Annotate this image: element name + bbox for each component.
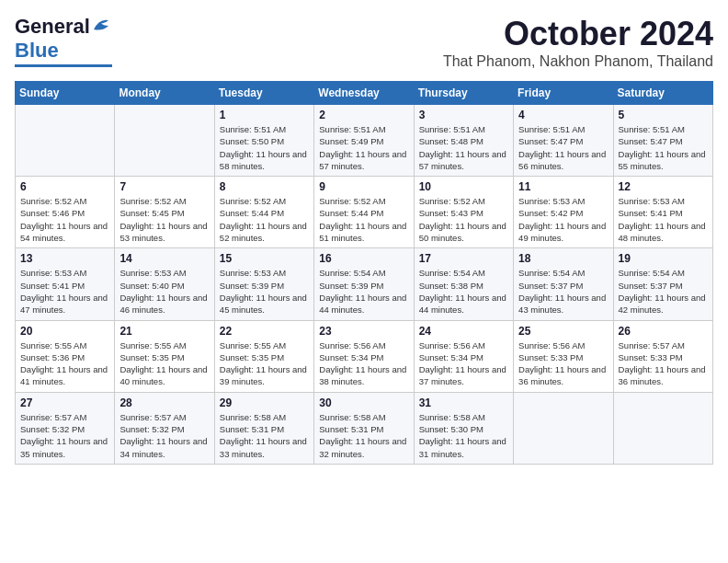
day-number: 7 [119, 180, 209, 193]
calendar-cell: 8Sunrise: 5:52 AM Sunset: 5:44 PM Daylig… [214, 177, 313, 248]
calendar-cell: 7Sunrise: 5:52 AM Sunset: 5:45 PM Daylig… [115, 177, 214, 248]
calendar-cell: 20Sunrise: 5:55 AM Sunset: 5:36 PM Dayli… [16, 320, 115, 392]
day-number: 18 [518, 252, 608, 265]
day-number: 15 [220, 252, 309, 265]
day-info: Sunrise: 5:56 AM Sunset: 5:34 PM Dayligh… [319, 339, 408, 388]
calendar-cell: 12Sunrise: 5:53 AM Sunset: 5:41 PM Dayli… [613, 177, 712, 248]
day-number: 12 [619, 180, 708, 193]
calendar-cell: 25Sunrise: 5:56 AM Sunset: 5:33 PM Dayli… [514, 320, 613, 392]
calendar-cell [514, 392, 613, 464]
calendar-cell: 1Sunrise: 5:51 AM Sunset: 5:50 PM Daylig… [214, 105, 313, 177]
calendar-cell: 15Sunrise: 5:53 AM Sunset: 5:39 PM Dayli… [214, 248, 313, 320]
day-number: 5 [619, 109, 708, 121]
day-number: 10 [419, 180, 508, 193]
calendar-cell: 18Sunrise: 5:54 AM Sunset: 5:37 PM Dayli… [514, 248, 613, 320]
calendar-cell: 3Sunrise: 5:51 AM Sunset: 5:48 PM Daylig… [414, 105, 513, 177]
calendar-cell: 19Sunrise: 5:54 AM Sunset: 5:37 PM Dayli… [613, 248, 712, 320]
day-info: Sunrise: 5:52 AM Sunset: 5:45 PM Dayligh… [119, 195, 209, 244]
day-number: 3 [419, 109, 508, 121]
day-info: Sunrise: 5:51 AM Sunset: 5:47 PM Dayligh… [619, 123, 708, 172]
day-number: 9 [319, 180, 408, 193]
calendar-cell: 10Sunrise: 5:52 AM Sunset: 5:43 PM Dayli… [414, 177, 513, 248]
day-info: Sunrise: 5:54 AM Sunset: 5:37 PM Dayligh… [518, 267, 608, 316]
day-info: Sunrise: 5:54 AM Sunset: 5:37 PM Dayligh… [619, 267, 708, 316]
day-info: Sunrise: 5:52 AM Sunset: 5:44 PM Dayligh… [220, 195, 309, 244]
day-info: Sunrise: 5:55 AM Sunset: 5:36 PM Dayligh… [20, 339, 109, 388]
calendar-cell: 17Sunrise: 5:54 AM Sunset: 5:38 PM Dayli… [414, 248, 513, 320]
calendar-week-2: 6Sunrise: 5:52 AM Sunset: 5:46 PM Daylig… [16, 177, 713, 248]
day-info: Sunrise: 5:55 AM Sunset: 5:35 PM Dayligh… [119, 339, 209, 388]
weekday-header-thursday: Thursday [414, 82, 513, 105]
day-info: Sunrise: 5:51 AM Sunset: 5:49 PM Dayligh… [319, 123, 408, 172]
day-info: Sunrise: 5:53 AM Sunset: 5:41 PM Dayligh… [619, 195, 708, 244]
logo: General Blue [15, 15, 112, 67]
calendar-cell [613, 392, 712, 464]
day-number: 23 [319, 325, 408, 338]
calendar-cell: 13Sunrise: 5:53 AM Sunset: 5:41 PM Dayli… [16, 248, 115, 320]
day-number: 1 [220, 109, 309, 121]
day-info: Sunrise: 5:58 AM Sunset: 5:31 PM Dayligh… [319, 411, 408, 460]
day-info: Sunrise: 5:58 AM Sunset: 5:31 PM Dayligh… [220, 411, 309, 460]
day-info: Sunrise: 5:57 AM Sunset: 5:32 PM Dayligh… [119, 411, 209, 460]
calendar-week-4: 20Sunrise: 5:55 AM Sunset: 5:36 PM Dayli… [16, 320, 713, 392]
calendar-cell: 28Sunrise: 5:57 AM Sunset: 5:32 PM Dayli… [115, 392, 214, 464]
day-info: Sunrise: 5:53 AM Sunset: 5:41 PM Dayligh… [20, 267, 109, 316]
title-block: October 2024 That Phanom, Nakhon Phanom,… [443, 15, 713, 70]
calendar-week-5: 27Sunrise: 5:57 AM Sunset: 5:32 PM Dayli… [16, 392, 713, 464]
logo-general: General [15, 15, 90, 39]
weekday-header-monday: Monday [115, 82, 214, 105]
day-number: 14 [119, 252, 209, 265]
day-info: Sunrise: 5:56 AM Sunset: 5:33 PM Dayligh… [518, 339, 608, 388]
day-number: 22 [220, 325, 309, 338]
day-number: 26 [619, 325, 708, 338]
location-title: That Phanom, Nakhon Phanom, Thailand [443, 53, 713, 70]
logo-underline [15, 64, 112, 67]
day-number: 13 [20, 252, 109, 265]
day-info: Sunrise: 5:53 AM Sunset: 5:40 PM Dayligh… [119, 267, 209, 316]
day-number: 28 [119, 396, 209, 409]
day-info: Sunrise: 5:57 AM Sunset: 5:32 PM Dayligh… [20, 411, 109, 460]
day-info: Sunrise: 5:52 AM Sunset: 5:43 PM Dayligh… [419, 195, 508, 244]
calendar-table: SundayMondayTuesdayWednesdayThursdayFrid… [15, 81, 713, 465]
calendar-cell: 4Sunrise: 5:51 AM Sunset: 5:47 PM Daylig… [514, 105, 613, 177]
page-header: General Blue October 2024 That Phanom, N… [15, 15, 713, 70]
day-number: 6 [20, 180, 109, 193]
day-number: 27 [20, 396, 109, 409]
calendar-week-3: 13Sunrise: 5:53 AM Sunset: 5:41 PM Dayli… [16, 248, 713, 320]
day-number: 16 [319, 252, 408, 265]
calendar-cell: 27Sunrise: 5:57 AM Sunset: 5:32 PM Dayli… [16, 392, 115, 464]
weekday-header-saturday: Saturday [613, 82, 712, 105]
logo-blue: Blue [15, 39, 59, 63]
weekday-header-row: SundayMondayTuesdayWednesdayThursdayFrid… [16, 82, 713, 105]
calendar-cell: 29Sunrise: 5:58 AM Sunset: 5:31 PM Dayli… [214, 392, 313, 464]
day-info: Sunrise: 5:52 AM Sunset: 5:46 PM Dayligh… [20, 195, 109, 244]
day-number: 2 [319, 109, 408, 121]
day-info: Sunrise: 5:54 AM Sunset: 5:39 PM Dayligh… [319, 267, 408, 316]
day-number: 11 [518, 180, 608, 193]
day-info: Sunrise: 5:52 AM Sunset: 5:44 PM Dayligh… [319, 195, 408, 244]
day-number: 25 [518, 325, 608, 338]
calendar-cell: 24Sunrise: 5:56 AM Sunset: 5:34 PM Dayli… [414, 320, 513, 392]
day-number: 31 [419, 396, 508, 409]
calendar-body: 1Sunrise: 5:51 AM Sunset: 5:50 PM Daylig… [16, 105, 713, 465]
day-info: Sunrise: 5:54 AM Sunset: 5:38 PM Dayligh… [419, 267, 508, 316]
calendar-cell: 22Sunrise: 5:55 AM Sunset: 5:35 PM Dayli… [214, 320, 313, 392]
calendar-week-1: 1Sunrise: 5:51 AM Sunset: 5:50 PM Daylig… [16, 105, 713, 177]
day-info: Sunrise: 5:51 AM Sunset: 5:50 PM Dayligh… [220, 123, 309, 172]
day-info: Sunrise: 5:53 AM Sunset: 5:39 PM Dayligh… [220, 267, 309, 316]
day-number: 8 [220, 180, 309, 193]
calendar-cell: 14Sunrise: 5:53 AM Sunset: 5:40 PM Dayli… [115, 248, 214, 320]
day-info: Sunrise: 5:51 AM Sunset: 5:48 PM Dayligh… [419, 123, 508, 172]
day-info: Sunrise: 5:56 AM Sunset: 5:34 PM Dayligh… [419, 339, 508, 388]
weekday-header-friday: Friday [514, 82, 613, 105]
calendar-cell: 11Sunrise: 5:53 AM Sunset: 5:42 PM Dayli… [514, 177, 613, 248]
calendar-cell: 21Sunrise: 5:55 AM Sunset: 5:35 PM Dayli… [115, 320, 214, 392]
month-title: October 2024 [443, 15, 713, 53]
day-number: 17 [419, 252, 508, 265]
calendar-cell: 23Sunrise: 5:56 AM Sunset: 5:34 PM Dayli… [314, 320, 414, 392]
day-number: 24 [419, 325, 508, 338]
logo-bird-icon [92, 17, 112, 33]
day-info: Sunrise: 5:55 AM Sunset: 5:35 PM Dayligh… [220, 339, 309, 388]
weekday-header-wednesday: Wednesday [314, 82, 414, 105]
calendar-cell: 30Sunrise: 5:58 AM Sunset: 5:31 PM Dayli… [314, 392, 414, 464]
